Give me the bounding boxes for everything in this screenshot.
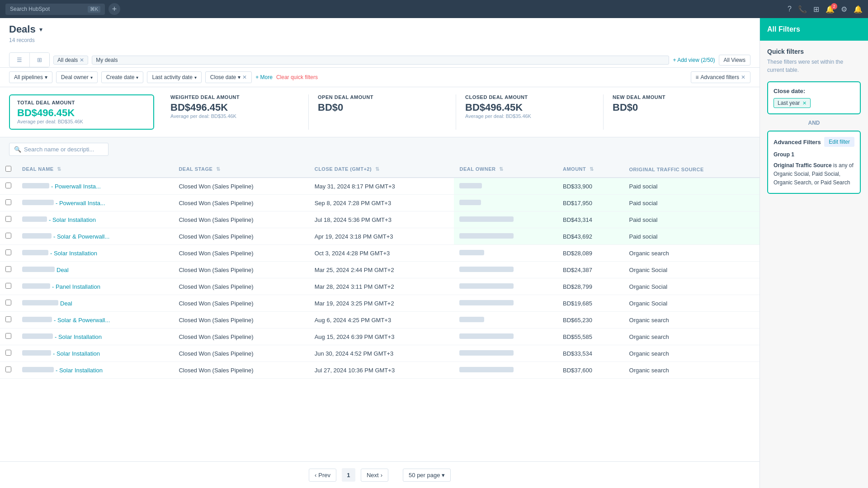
next-page-button[interactable]: Next › [361, 469, 388, 482]
new-deal-label: NEW DEAL AMOUNT [613, 94, 741, 100]
select-all-checkbox[interactable] [5, 166, 11, 172]
deal-name-link[interactable]: - Solar Installation [49, 216, 96, 223]
table-row: - Solar InstallationClosed Won (Sales Pi… [0, 362, 760, 379]
traffic-source-cell: Organic search [624, 345, 760, 362]
help-icon[interactable]: ? [788, 5, 792, 13]
top-navigation: Search HubSpot ⌘K + ? 📞 ⊞ 🔔2 ⚙ 🔔 [0, 0, 868, 18]
blurred-owner [459, 367, 514, 372]
close-date-cell: Mar 28, 2024 3:11 PM GMT+2 [309, 278, 454, 295]
notifications-icon[interactable]: 🔔2 [826, 5, 835, 14]
search-bar[interactable]: Search HubSpot ⌘K [5, 4, 105, 15]
all-views-button[interactable]: All Views [719, 55, 750, 66]
deal-stage-cell: Closed Won (Sales Pipeline) [173, 178, 309, 195]
search-icon: 🔍 [14, 146, 21, 153]
traffic-source-cell: Paid social [624, 211, 760, 228]
deal-name-link[interactable]: - Solar Installation [55, 333, 102, 340]
settings-icon[interactable]: ⚙ [841, 5, 847, 14]
blurred-owner [459, 333, 514, 339]
page-title-dropdown-icon[interactable]: ▾ [39, 26, 42, 33]
blurred-name-prefix [22, 183, 49, 188]
deal-name-link[interactable]: - Powerwall Insta... [56, 200, 105, 206]
close-date-filter-remove-icon[interactable]: ✕ [802, 100, 807, 106]
pipelines-dropdown[interactable]: All pipelines ▾ [9, 71, 52, 83]
open-deal-amount: BD$0 [318, 102, 447, 113]
grid-view-button[interactable]: ⊞ [30, 53, 49, 67]
row-checkbox[interactable] [5, 266, 11, 272]
grid-icon[interactable]: ⊞ [813, 5, 819, 14]
table-row: - Powerwall Insta...Closed Won (Sales Pi… [0, 195, 760, 211]
row-checkbox[interactable] [5, 316, 11, 322]
per-page-selector[interactable]: 50 per page ▾ [403, 469, 451, 482]
close-date-cell: Jul 18, 2024 5:36 PM GMT+3 [309, 211, 454, 228]
blurred-owner [459, 317, 484, 322]
quick-filters-title: Quick filters [767, 48, 861, 55]
close-date-col-header[interactable]: CLOSE DATE (GMT+2) ⇅ [309, 161, 454, 178]
deal-owner-filter[interactable]: Deal owner ▾ [56, 71, 98, 83]
blurred-name-prefix [22, 250, 48, 255]
advanced-filters-button[interactable]: ≡ Advanced filters ✕ [691, 71, 750, 83]
deal-name-col-header[interactable]: DEAL NAME ⇅ [17, 161, 173, 178]
deal-owner-cell [454, 262, 557, 278]
deal-stage-cell: Closed Won (Sales Pipeline) [173, 195, 309, 211]
blurred-owner [459, 300, 514, 305]
row-checkbox[interactable] [5, 199, 11, 205]
all-deals-view-tab[interactable]: All deals ✕ [53, 56, 88, 65]
current-page-number[interactable]: 1 [342, 468, 355, 482]
row-checkbox[interactable] [5, 283, 11, 289]
last-activity-filter[interactable]: Last activity date ▾ [147, 71, 201, 83]
row-checkbox[interactable] [5, 366, 11, 372]
row-checkbox[interactable] [5, 333, 11, 339]
deal-stage-cell: Closed Won (Sales Pipeline) [173, 362, 309, 379]
amount-cell: BD$37,600 [557, 362, 624, 379]
phone-icon[interactable]: 📞 [798, 5, 807, 14]
deal-stage-col-header[interactable]: DEAL STAGE ⇅ [173, 161, 309, 178]
amount-cell: BD$43,692 [557, 228, 624, 245]
add-view-button[interactable]: + Add view (2/50) [673, 57, 715, 63]
traffic-source-cell: Organic search [624, 245, 760, 262]
blurred-name-prefix [22, 233, 52, 239]
deal-owner-col-header[interactable]: DEAL OWNER ⇅ [454, 161, 557, 178]
prev-page-button[interactable]: ‹ Prev [309, 469, 336, 482]
all-deals-close-icon[interactable]: ✕ [80, 57, 84, 63]
advanced-filters-close-icon[interactable]: ✕ [741, 74, 745, 80]
traffic-source-col-header: ORIGINAL TRAFFIC SOURCE [624, 161, 760, 178]
summary-bar: TOTAL DEAL AMOUNT BD$496.45K Average per… [0, 87, 760, 137]
new-tab-button[interactable]: + [108, 3, 120, 15]
row-checkbox[interactable] [5, 216, 11, 222]
table-search-input[interactable]: 🔍 Search name or descripti... [9, 143, 108, 156]
deal-stage-cell: Closed Won (Sales Pipeline) [173, 228, 309, 245]
advanced-filters-box: Advanced Filters Edit filter Group 1 Ori… [767, 131, 861, 194]
my-deals-view-tab[interactable]: My deals [92, 56, 669, 65]
more-filters-button[interactable]: + More [255, 74, 273, 80]
traffic-source-cell: Organic Social [624, 262, 760, 278]
deal-name-link[interactable]: - Panel Installation [52, 283, 100, 290]
row-checkbox[interactable] [5, 183, 11, 188]
deal-name-link[interactable]: - Solar Installation [53, 350, 100, 357]
deal-name-link[interactable]: - Solar & Powerwall... [53, 233, 109, 240]
filter-rule-values: Organic Social, Paid Social, Organic Sea… [774, 171, 850, 186]
list-view-button[interactable]: ☰ [9, 53, 30, 67]
deal-name-link[interactable]: - Solar Installation [50, 250, 97, 257]
clear-quick-filters-button[interactable]: Clear quick filters [276, 74, 318, 80]
amount-col-header[interactable]: AMOUNT ⇅ [557, 161, 624, 178]
alert-icon[interactable]: 🔔 [854, 5, 863, 14]
close-date-filter[interactable]: Close date ▾ ✕ [205, 71, 252, 83]
select-all-checkbox-col[interactable] [0, 161, 17, 178]
row-checkbox[interactable] [5, 300, 11, 305]
deal-name-link[interactable]: - Solar Installation [56, 367, 103, 374]
row-checkbox[interactable] [5, 249, 11, 255]
deal-name-link[interactable]: - Solar & Powerwall... [54, 317, 110, 324]
deal-name-link[interactable]: Deal [60, 300, 72, 307]
row-checkbox[interactable] [5, 350, 11, 356]
deal-name-link[interactable]: Deal [57, 267, 69, 273]
traffic-source-cell: Paid social [624, 178, 760, 195]
blurred-owner [459, 350, 514, 356]
blurred-name-prefix [22, 200, 54, 205]
traffic-source-cell: Organic search [624, 312, 760, 328]
create-date-filter[interactable]: Create date ▾ [101, 71, 144, 83]
row-checkbox[interactable] [5, 233, 11, 239]
deal-name-link[interactable]: - Powerwall Insta... [51, 183, 101, 190]
close-date-remove-icon[interactable]: ✕ [242, 74, 247, 80]
amount-cell: BD$28,799 [557, 278, 624, 295]
edit-filter-button[interactable]: Edit filter [824, 137, 854, 147]
